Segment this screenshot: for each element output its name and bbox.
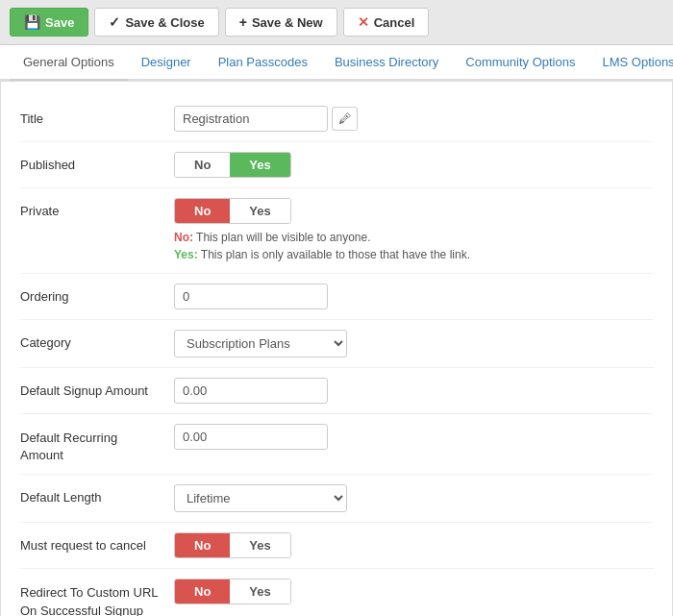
ordering-input[interactable] [174,283,328,309]
default-length-row: Default Length Lifetime 1 Month 3 Months… [20,475,653,523]
private-yes-button[interactable]: Yes [230,199,289,223]
toolbar: 💾 Save ✓ Save & Close + Save & New ✕ Can… [0,0,673,45]
redirect-yes-button[interactable]: Yes [230,579,289,604]
title-icon-button[interactable]: 🖉 [332,107,358,131]
title-label: Title [20,106,174,126]
tab-business-directory[interactable]: Business Directory [321,45,452,81]
save-close-button[interactable]: ✓ Save & Close [94,8,218,37]
private-label: Private [20,198,174,218]
save-new-button[interactable]: + Save & New [225,8,337,37]
redirect-label: Redirect To Custom URLOn Successful Sign… [20,579,174,616]
private-help-no-bold: No: [174,231,193,244]
private-help-yes-bold: Yes: [174,248,198,261]
cancel-button[interactable]: ✕ Cancel [343,8,430,37]
plus-icon: + [239,14,247,30]
ordering-label: Ordering [20,283,174,304]
tab-designer[interactable]: Designer [128,45,205,81]
default-signup-row: Default Signup Amount [20,368,653,414]
tab-lms-options[interactable]: LMS Options [588,45,673,81]
private-no-button[interactable]: No [175,199,230,223]
redirect-no-button[interactable]: No [175,579,230,604]
check-icon: ✓ [109,14,120,30]
redirect-row: Redirect To Custom URLOn Successful Sign… [20,569,653,616]
private-help-no-text: This plan will be visible to anyone. [193,231,371,244]
category-select[interactable]: Subscription Plans Option 2 Option 3 [174,330,347,357]
title-input[interactable] [174,106,328,132]
private-help-yes-text: This plan is only available to those tha… [198,248,470,261]
must-cancel-yes-button[interactable]: Yes [230,533,289,557]
tab-bar: General Options Designer Plan Passcodes … [0,45,673,81]
default-recurring-label: Default RecurringAmount [20,424,174,464]
redirect-toggle: No Yes [174,579,291,604]
published-no-button[interactable]: No [175,153,230,177]
must-cancel-row: Must request to cancel No Yes [20,523,653,569]
must-cancel-no-button[interactable]: No [175,533,230,557]
default-recurring-input[interactable] [174,424,328,450]
save-icon: 💾 [24,14,40,30]
ordering-row: Ordering [20,274,653,320]
tab-community-options[interactable]: Community Options [452,45,588,81]
category-row: Category Subscription Plans Option 2 Opt… [20,320,653,368]
default-signup-input[interactable] [174,378,328,404]
tab-general-options[interactable]: General Options [10,45,128,81]
default-recurring-row: Default RecurringAmount [20,414,653,475]
default-length-label: Default Length [20,484,174,505]
published-toggle: No Yes [174,152,291,178]
private-toggle: No Yes [174,198,291,224]
published-yes-button[interactable]: Yes [230,153,289,177]
title-row: Title 🖉 [20,96,653,142]
published-row: Published No Yes [20,142,653,188]
private-row: Private No Yes No: This plan will be vis… [20,188,653,274]
cancel-icon: ✕ [358,14,369,30]
default-signup-label: Default Signup Amount [20,378,174,398]
tab-plan-passcodes[interactable]: Plan Passcodes [205,45,321,81]
must-cancel-toggle: No Yes [174,532,291,558]
published-label: Published [20,152,174,172]
save-button[interactable]: 💾 Save [10,8,88,37]
must-cancel-label: Must request to cancel [20,532,174,553]
default-length-select[interactable]: Lifetime 1 Month 3 Months 6 Months 1 Yea… [174,484,347,512]
form-area: Title 🖉 Published No Yes Private No Yes … [0,81,673,616]
category-label: Category [20,330,174,350]
private-help: No: This plan will be visible to anyone.… [174,229,653,263]
